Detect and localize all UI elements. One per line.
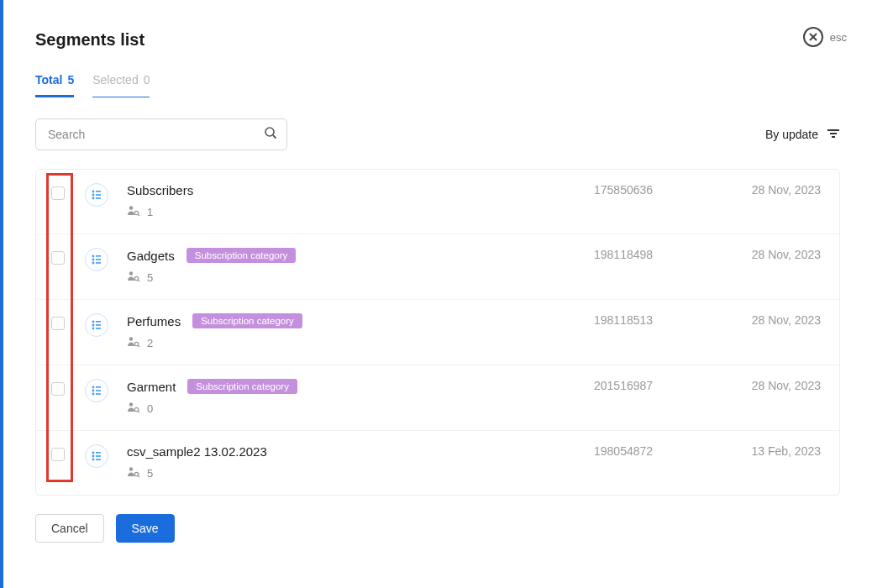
- segment-id: 198118513: [594, 313, 695, 327]
- segment-row: Gadgets Subscription category 5 19811849…: [36, 234, 839, 300]
- segment-icon: [85, 444, 108, 468]
- svg-point-31: [129, 337, 133, 340]
- people-search-icon: [127, 335, 140, 351]
- segment-tag: Subscription category: [187, 379, 297, 394]
- segment-tag: Subscription category: [192, 313, 302, 328]
- segment-row: Subscribers 1 175850636 28 Nov, 2023: [36, 170, 839, 234]
- segment-name: Perfumes: [127, 314, 181, 328]
- segment-people-count: 5: [147, 467, 153, 480]
- svg-rect-8: [96, 191, 101, 192]
- segment-people-count: 0: [147, 402, 153, 415]
- svg-rect-12: [96, 197, 101, 199]
- tab-total-label: Total: [35, 73, 62, 87]
- segment-date: 13 Feb, 2023: [737, 444, 821, 458]
- svg-line-15: [138, 214, 139, 216]
- svg-line-33: [138, 345, 139, 347]
- segment-checkbox[interactable]: [51, 448, 65, 461]
- segment-row: Garment Subscription category 0 20151698…: [36, 365, 839, 431]
- segment-row: Perfumes Subscription category 2 1981185…: [36, 300, 839, 365]
- tab-selected-label: Selected: [92, 73, 138, 88]
- svg-point-7: [92, 191, 95, 193]
- segment-row: csv_sample2 13.02.2023 5 198054872 13 Fe…: [36, 431, 839, 495]
- svg-rect-39: [96, 393, 101, 395]
- segments-list: Subscribers 1 175850636 28 Nov, 2023: [35, 169, 840, 496]
- svg-rect-10: [96, 194, 101, 196]
- segment-id: 198118498: [594, 248, 695, 261]
- svg-point-49: [129, 467, 133, 470]
- svg-rect-21: [96, 262, 101, 264]
- search-icon[interactable]: [264, 126, 277, 143]
- segment-date: 28 Nov, 2023: [737, 313, 821, 327]
- svg-point-20: [92, 262, 95, 265]
- segment-icon: [85, 379, 108, 402]
- segment-id: 201516987: [594, 379, 695, 392]
- close-button[interactable]: esc: [803, 27, 847, 47]
- svg-point-2: [265, 128, 274, 136]
- segment-id: 198054872: [594, 444, 695, 458]
- svg-point-13: [129, 206, 133, 209]
- svg-point-45: [92, 455, 95, 458]
- svg-rect-30: [96, 328, 101, 329]
- svg-rect-28: [96, 324, 101, 326]
- svg-rect-19: [96, 259, 101, 260]
- segment-date: 28 Nov, 2023: [737, 183, 821, 197]
- page-title: Segments list: [35, 30, 840, 50]
- search-field: [35, 118, 287, 150]
- svg-rect-26: [96, 321, 101, 323]
- segment-date: 28 Nov, 2023: [737, 379, 821, 392]
- sort-button[interactable]: By update: [765, 128, 840, 142]
- svg-rect-46: [96, 455, 101, 457]
- svg-point-43: [92, 452, 95, 454]
- people-search-icon: [127, 270, 140, 286]
- tab-selected-count: 0: [144, 73, 150, 88]
- svg-line-3: [273, 135, 276, 139]
- save-button[interactable]: Save: [116, 514, 175, 543]
- people-search-icon: [127, 401, 140, 417]
- sort-icon: [827, 128, 840, 142]
- segment-people-count: 2: [147, 337, 153, 349]
- svg-point-18: [92, 259, 95, 261]
- segment-icon: [85, 248, 108, 271]
- people-search-icon: [127, 204, 140, 220]
- svg-point-34: [92, 386, 95, 389]
- tab-total-count: 5: [67, 73, 74, 87]
- sort-label: By update: [765, 128, 818, 141]
- svg-point-16: [92, 255, 95, 258]
- segment-date: 28 Nov, 2023: [737, 248, 821, 261]
- svg-point-22: [129, 271, 133, 275]
- svg-point-38: [92, 393, 95, 396]
- svg-point-9: [92, 194, 95, 197]
- svg-point-29: [92, 328, 95, 330]
- svg-rect-37: [96, 390, 101, 391]
- svg-rect-35: [96, 386, 101, 388]
- segment-tag: Subscription category: [186, 248, 297, 263]
- svg-point-47: [92, 459, 95, 461]
- search-input[interactable]: [35, 118, 287, 150]
- segment-people-count: 5: [147, 271, 153, 284]
- svg-rect-44: [96, 452, 101, 454]
- svg-point-25: [92, 321, 95, 323]
- svg-line-24: [138, 280, 139, 281]
- tab-selected[interactable]: Selected 0: [92, 73, 150, 97]
- tabs: Total 5 Selected 0: [35, 73, 840, 98]
- svg-point-27: [92, 324, 95, 327]
- tab-total[interactable]: Total 5: [35, 73, 74, 97]
- segment-id: 175850636: [594, 183, 695, 197]
- svg-point-11: [92, 197, 95, 200]
- cancel-button[interactable]: Cancel: [35, 514, 104, 543]
- svg-line-42: [138, 411, 139, 412]
- segment-checkbox[interactable]: [51, 186, 65, 200]
- segment-icon: [85, 183, 108, 207]
- segment-checkbox[interactable]: [51, 382, 65, 396]
- segment-people-count: 1: [147, 206, 153, 218]
- esc-label: esc: [830, 31, 847, 44]
- svg-rect-17: [96, 255, 101, 257]
- segment-checkbox[interactable]: [51, 317, 65, 330]
- segment-checkbox[interactable]: [51, 251, 65, 265]
- close-icon: [803, 27, 823, 47]
- svg-point-36: [92, 390, 95, 392]
- svg-point-40: [129, 402, 133, 406]
- segment-name: Subscribers: [127, 183, 193, 197]
- svg-line-51: [138, 475, 139, 477]
- segment-icon: [85, 313, 108, 337]
